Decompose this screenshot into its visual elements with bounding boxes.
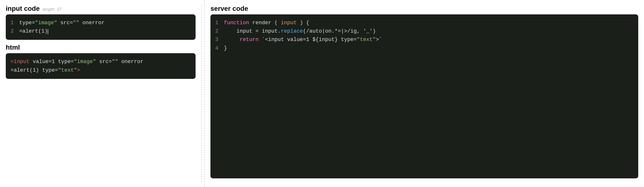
right-panel: server code 1 function render ( input ) … (204, 0, 644, 187)
server-line-3: 3 return `<input value=1 ${input} type="… (215, 36, 634, 44)
server-code-title: server code (210, 5, 638, 12)
server-line-num-2: 2 (215, 27, 220, 36)
html-alert: =alert(1) type= (10, 67, 58, 73)
input-line-1: 1 type="image" src="" onerror (10, 19, 191, 27)
fn-replace: replace (281, 28, 303, 34)
html-text-val: "text" (58, 67, 77, 73)
type-text-val: "text" (357, 37, 376, 43)
input-code-section: input code length: 37 1 type="image" src… (6, 5, 196, 40)
html-value: value=1 type= (30, 59, 74, 65)
return-template: `<input value=1 ${input} type="text">` (262, 37, 382, 43)
server-line-num-3: 3 (215, 36, 220, 44)
server-line-content-4: } (224, 44, 227, 52)
html-section: html <input value=1 type="image" src="" … (6, 44, 196, 79)
fn-paren-close: ) { (300, 20, 310, 26)
server-line-2: 2 input = input.replace(/auto|on.*=|>/ig… (215, 27, 634, 36)
left-panel: input code length: 37 1 type="image" src… (0, 0, 201, 187)
html-code-block: <input value=1 type="image" src="" onerr… (6, 53, 196, 79)
divider (201, 5, 202, 182)
input-code-block: 1 type="image" src="" onerror 2 =alert(1… (6, 14, 196, 40)
indent-3 (224, 37, 236, 43)
server-line-num-4: 4 (215, 44, 220, 52)
server-line-content-2: input = input.replace(/auto|on.*=|>/ig, … (224, 27, 376, 36)
line-content-2: =alert(1) (19, 27, 48, 36)
html-onerror: onerror (118, 59, 144, 65)
server-line-content-3: return `<input value=1 ${input} type="te… (224, 36, 382, 44)
input-code-title: input code length: 37 (6, 5, 196, 12)
kw-function: function (224, 20, 249, 26)
input-code-label: input code (6, 5, 40, 12)
line-num-2: 2 (10, 27, 15, 36)
input-line-2: 2 =alert(1) (10, 27, 191, 36)
server-code-block: 1 function render ( input ) { 2 input = … (210, 14, 638, 178)
html-type-val: "image" (74, 59, 96, 65)
input-code-subtitle: length: 37 (43, 7, 62, 12)
html-tag-close: > (77, 67, 80, 73)
line-content-1: type="image" src="" onerror (19, 19, 104, 27)
fn-space: render (252, 20, 274, 26)
server-code-label: server code (210, 5, 248, 12)
server-line-content-1: function render ( input ) { (224, 19, 309, 27)
html-src-val: "" (112, 59, 118, 65)
html-title: html (6, 44, 196, 51)
fn-param: input (281, 20, 297, 26)
html-src: src= (96, 59, 112, 65)
html-tag-open: <input (10, 59, 30, 65)
server-line-4: 4 } (215, 44, 634, 52)
line-num-1: 1 (10, 19, 15, 27)
server-line-1: 1 function render ( input ) { (215, 19, 634, 27)
server-line-num-1: 1 (215, 19, 220, 27)
kw-return: return (240, 37, 258, 43)
fn-paren-open: ( (274, 20, 278, 26)
html-output: <input value=1 type="image" src="" onerr… (10, 58, 191, 74)
